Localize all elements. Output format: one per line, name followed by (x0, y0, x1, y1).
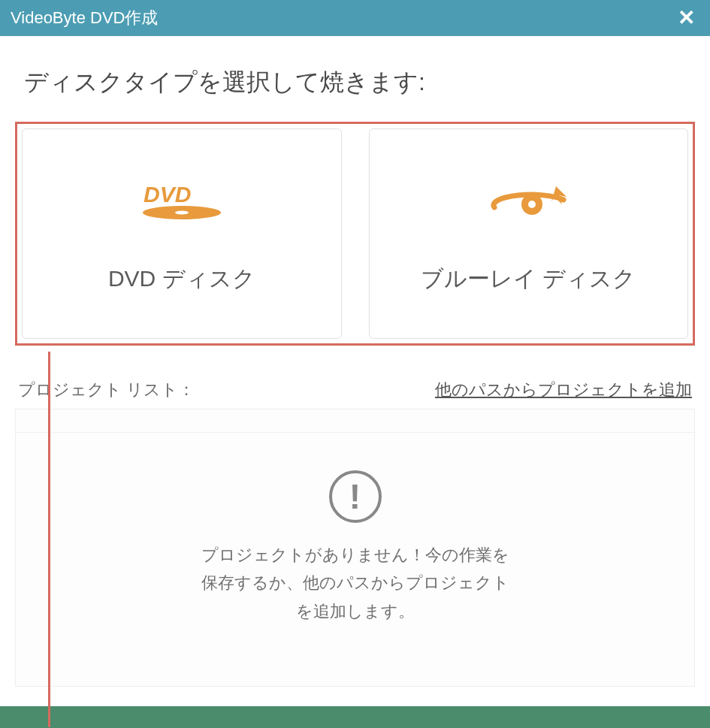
content-area: ディスクタイプを選択して焼きます: DVD DVD ディスク (0, 36, 710, 706)
bluray-option-label: ブルーレイ ディスク (421, 264, 636, 295)
svg-text:DVD: DVD (144, 182, 191, 207)
bluray-disc-option[interactable]: ブルーレイ ディスク (369, 128, 689, 339)
bluray-icon (479, 174, 577, 226)
exclamation-icon: ! (329, 470, 382, 523)
dvd-option-label: DVD ディスク (108, 264, 255, 295)
window-title: VideoByte DVD作成 (11, 7, 158, 29)
svg-point-2 (175, 210, 189, 214)
dvd-icon: DVD (137, 174, 227, 226)
annotation-line (48, 352, 50, 727)
disc-type-selection: DVD DVD ディスク (15, 122, 695, 346)
page-heading: ディスクタイプを選択して焼きます: (24, 66, 695, 99)
app-window: VideoByte DVD作成 ✕ ディスクタイプを選択して焼きます: DVD … (0, 0, 710, 706)
project-list-area: ! プロジェクトがありません！今の作業を保存するか、他のパスからプロジェクトを追… (15, 409, 695, 687)
svg-point-4 (528, 201, 536, 208)
project-list-header: プロジェクト リスト： 他のパスからプロジェクトを追加 (15, 379, 695, 401)
project-list-label: プロジェクト リスト： (18, 379, 195, 401)
list-divider (16, 432, 694, 433)
close-icon[interactable]: ✕ (678, 8, 695, 29)
empty-message: プロジェクトがありません！今の作業を保存するか、他のパスからプロジェクトを追加し… (194, 541, 517, 625)
empty-state: ! プロジェクトがありません！今の作業を保存するか、他のパスからプロジェクトを追… (194, 470, 517, 625)
add-project-link[interactable]: 他のパスからプロジェクトを追加 (435, 379, 692, 401)
dvd-disc-option[interactable]: DVD DVD ディスク (22, 128, 342, 339)
titlebar: VideoByte DVD作成 ✕ (0, 0, 710, 36)
